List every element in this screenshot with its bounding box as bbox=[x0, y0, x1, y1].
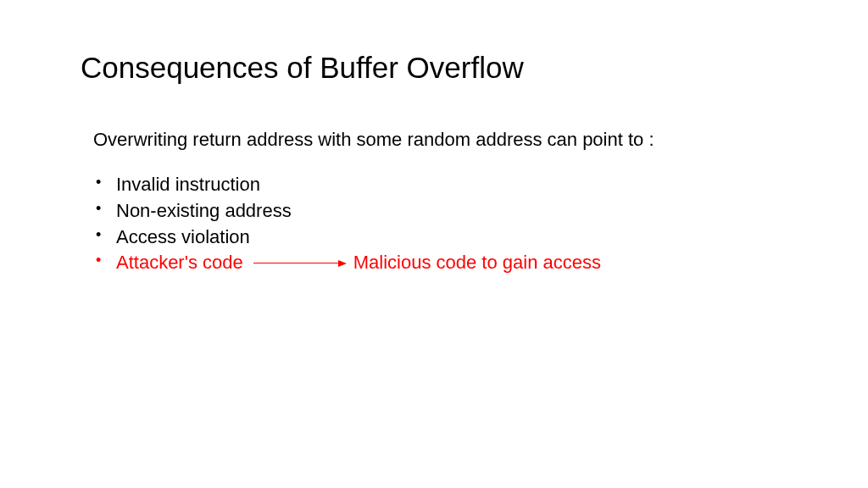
arrow-head-icon bbox=[338, 260, 347, 267]
list-item: Invalid instruction bbox=[89, 172, 800, 198]
intro-text: Overwriting return address with some ran… bbox=[81, 129, 800, 151]
slide-content: Consequences of Buffer Overflow Overwrit… bbox=[0, 0, 868, 276]
slide-title: Consequences of Buffer Overflow bbox=[81, 51, 800, 85]
bullet-text: Non-existing address bbox=[116, 200, 292, 221]
list-item: Non-existing address bbox=[89, 198, 800, 225]
arrow-line bbox=[253, 263, 338, 263]
list-item: Access violation bbox=[89, 225, 800, 251]
list-item-highlighted: Attacker's code Malicious code to gain a… bbox=[89, 250, 800, 276]
bullet-text: Attacker's code bbox=[116, 250, 243, 276]
bullet-text: Invalid instruction bbox=[116, 174, 260, 195]
arrow-target-text: Malicious code to gain access bbox=[353, 250, 601, 276]
bullet-text: Access violation bbox=[116, 226, 250, 247]
arrow-icon bbox=[253, 260, 347, 267]
highlighted-row: Attacker's code Malicious code to gain a… bbox=[116, 250, 800, 276]
bullet-list: Invalid instruction Non-existing address… bbox=[81, 172, 800, 276]
